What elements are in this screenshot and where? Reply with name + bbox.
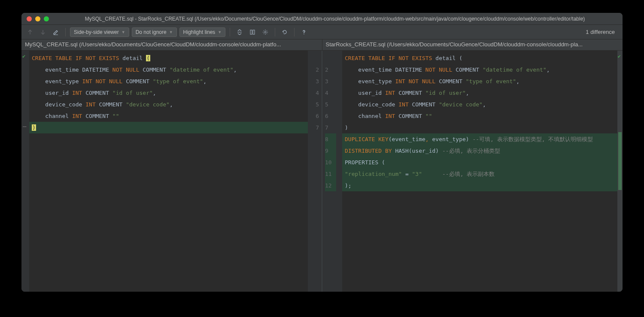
left-code[interactable]: CREATE TABLE IF NOT EXISTS detail ( even… xyxy=(29,51,308,292)
code-line: device_code INT COMMENT "device code", xyxy=(29,99,308,110)
diff-window: MySQL_CREATE.sql - StarRocks_CREATE.sql … xyxy=(21,13,623,292)
viewer-mode-dropdown[interactable]: Side-by-side viewer ▼ xyxy=(70,27,129,37)
highlight-mode-dropdown[interactable]: Highlight lines ▼ xyxy=(179,27,226,37)
window-title: MySQL_CREATE.sql - StarRocks_CREATE.sql … xyxy=(52,16,617,22)
left-pane: ✔ — CREATE TABLE IF NOT EXISTS detail ( … xyxy=(21,51,322,292)
file-headers: MySQL_CREATE.sql (/Users/ekko/Documents/… xyxy=(21,39,623,51)
code-line: DUPLICATE KEY(event_time, event_type) --… xyxy=(342,133,617,145)
window-controls xyxy=(27,16,49,21)
edit-icon[interactable] xyxy=(51,27,61,37)
separator xyxy=(294,28,295,36)
chevron-down-icon: ▼ xyxy=(218,30,222,34)
code-line: channel INT COMMENT "" xyxy=(29,110,308,122)
next-diff-icon[interactable] xyxy=(38,27,48,37)
code-line: event_type INT NOT NULL COMMENT "type of… xyxy=(29,75,308,87)
right-lineno: 2 3 4 5 6 7 8 9 10 11 12 xyxy=(322,51,336,292)
gear-icon[interactable] xyxy=(260,27,270,37)
diff-body: ✔ — CREATE TABLE IF NOT EXISTS detail ( … xyxy=(21,51,623,292)
diff-arrow-icon[interactable]: — xyxy=(23,123,26,130)
left-file-header[interactable]: MySQL_CREATE.sql (/Users/ekko/Documents/… xyxy=(21,39,322,50)
highlight-mode-label: Highlight lines xyxy=(183,29,216,35)
code-line: CREATE TABLE IF NOT EXISTS detail ( xyxy=(29,52,308,64)
svg-point-2 xyxy=(264,31,266,33)
separator xyxy=(230,28,230,36)
close-window-button[interactable] xyxy=(27,16,32,21)
code-line: user_id INT COMMENT "id of user", xyxy=(29,87,308,99)
code-line: event_time DATETIME NOT NULL COMMENT "da… xyxy=(342,64,617,75)
maximize-window-button[interactable] xyxy=(44,16,49,21)
check-icon: ✔ xyxy=(618,53,621,59)
svg-rect-0 xyxy=(250,30,252,34)
scrollbar-diff-marker[interactable] xyxy=(618,132,622,190)
code-line: device_code INT COMMENT "device code", xyxy=(342,99,617,110)
svg-rect-1 xyxy=(253,30,255,34)
collapse-unchanged-icon[interactable] xyxy=(234,27,245,37)
left-gutter: ✔ — xyxy=(21,51,29,292)
ignore-mode-dropdown[interactable]: Do not ignore ▼ xyxy=(132,27,177,37)
right-scrollbar[interactable]: ✔ xyxy=(617,51,623,292)
right-file-header[interactable]: StarRocks_CREATE.sql (/Users/ekko/Docume… xyxy=(322,39,623,50)
code-line: event_type INT NOT NULL COMMENT "type of… xyxy=(342,75,617,87)
prev-diff-icon[interactable] xyxy=(25,27,35,37)
code-line: "replication_num" = "3" --必填, 表示副本数 xyxy=(342,168,617,180)
sync-scroll-icon[interactable] xyxy=(247,27,258,37)
chevron-down-icon: ▼ xyxy=(122,30,125,34)
diff-count-label: 1 difference xyxy=(586,29,619,35)
toolbar: Side-by-side viewer ▼ Do not ignore ▼ Hi… xyxy=(21,25,623,39)
separator xyxy=(65,28,66,36)
check-icon: ✔ xyxy=(22,53,25,59)
code-line: DISTRIBUTED BY HASH(user_id) --必填, 表示分桶类… xyxy=(342,145,617,157)
code-line: user_id INT COMMENT "id of user", xyxy=(342,87,617,99)
right-pane: 2 3 4 5 6 7 8 9 10 11 12 CREATE TABLE IF… xyxy=(322,51,623,292)
ignore-mode-label: Do not ignore xyxy=(136,29,167,35)
titlebar: MySQL_CREATE.sql - StarRocks_CREATE.sql … xyxy=(21,13,623,25)
code-line: ); xyxy=(342,180,617,191)
code-line: ) xyxy=(29,122,308,133)
chevron-down-icon: ▼ xyxy=(169,30,173,34)
code-line: PROPERTIES ( xyxy=(342,157,617,168)
minimize-window-button[interactable] xyxy=(35,16,40,21)
refresh-icon[interactable] xyxy=(279,27,290,37)
right-code[interactable]: CREATE TABLE IF NOT EXISTS detail ( even… xyxy=(342,51,617,292)
code-line: event_time DATETIME NOT NULL COMMENT "da… xyxy=(29,64,308,75)
left-lineno: 2 3 4 5 6 7 xyxy=(308,51,322,292)
code-line: CREATE TABLE IF NOT EXISTS detail ( xyxy=(342,52,617,64)
right-inner-gutter xyxy=(336,51,342,292)
separator xyxy=(275,28,275,36)
code-line: ) xyxy=(342,122,617,133)
help-icon[interactable] xyxy=(299,27,309,37)
code-line: channel INT COMMENT "" xyxy=(342,110,617,122)
viewer-mode-label: Side-by-side viewer xyxy=(74,29,119,35)
